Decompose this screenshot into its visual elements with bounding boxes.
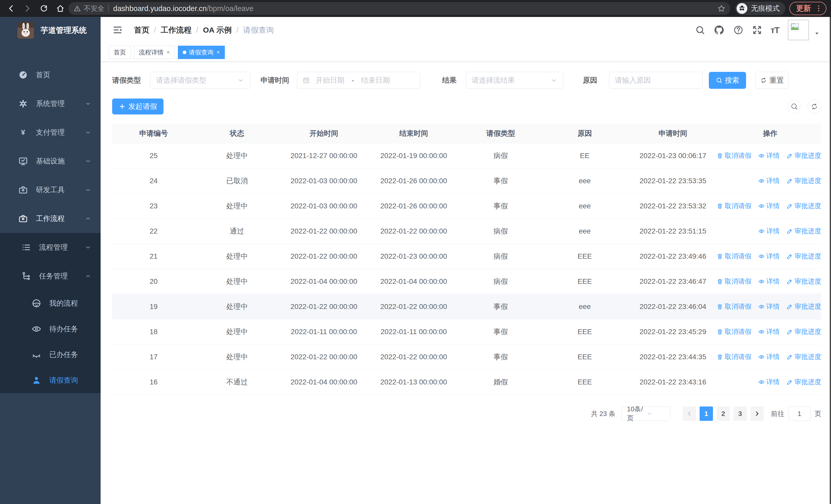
sidebar-item-system-management[interactable]: 系统管理 — [0, 89, 101, 118]
date-end-placeholder: 结束日期 — [361, 76, 390, 85]
github-icon[interactable] — [714, 25, 724, 35]
next-page-button[interactable] — [750, 407, 764, 421]
progress-link[interactable]: 审批进度 — [786, 302, 821, 311]
cancel-leave-link[interactable]: 取消请假 — [717, 202, 751, 210]
cancel-leave-link[interactable]: 取消请假 — [717, 302, 751, 311]
progress-link[interactable]: 审批进度 — [786, 277, 821, 286]
progress-link[interactable]: 审批进度 — [786, 327, 821, 336]
refresh-table-button[interactable] — [807, 99, 821, 113]
breadcrumb-item[interactable]: 工作流程 — [161, 25, 192, 35]
reload-button[interactable] — [39, 4, 48, 13]
cell-end-time: 2022-01-26 00:00:00 — [369, 202, 459, 210]
browser-menu-icon[interactable] — [814, 4, 823, 12]
gear-icon — [18, 98, 28, 109]
bookmark-star-icon[interactable] — [717, 4, 726, 13]
sidebar-item-my-process[interactable]: 我的流程 — [0, 291, 101, 316]
app-logo-row[interactable]: 芋道管理系统 — [0, 17, 101, 43]
fullscreen-icon[interactable] — [752, 25, 762, 35]
sidebar-item-label: 首页 — [36, 70, 101, 80]
breadcrumb-item[interactable]: 首页 — [134, 25, 149, 35]
sidebar-item-task-management[interactable]: 任务管理 — [0, 262, 101, 291]
incognito-icon — [737, 3, 747, 14]
back-button[interactable] — [7, 4, 16, 13]
tab-label: 首页 — [114, 48, 126, 56]
cancel-leave-link[interactable]: 取消请假 — [717, 252, 751, 261]
sidebar-item-leave-query[interactable]: 请假查询 — [0, 367, 101, 393]
cell-end-time: 2022-01-11 00:00:00 — [369, 328, 459, 336]
detail-link[interactable]: 详情 — [758, 327, 780, 336]
reload-icon — [39, 4, 48, 13]
detail-link[interactable]: 详情 — [758, 176, 780, 185]
cancel-leave-link[interactable]: 取消请假 — [717, 352, 751, 361]
header-search-icon[interactable] — [695, 25, 705, 35]
detail-link[interactable]: 详情 — [758, 151, 780, 160]
reset-button[interactable]: 重置 — [755, 72, 789, 89]
prev-page-button[interactable] — [683, 407, 696, 421]
cell-actions: 取消请假详情审批进度 — [719, 352, 821, 361]
tab-process-detail[interactable]: 流程详情× — [134, 46, 175, 59]
cancel-leave-link[interactable]: 取消请假 — [717, 151, 751, 160]
sidebar-item-payment-management[interactable]: ¥支付管理 — [0, 118, 101, 147]
navbar: 首页/工作流程/OA 示例/请假查询 ᴛT — [101, 17, 831, 43]
detail-link[interactable]: 详情 — [758, 352, 780, 361]
detail-link[interactable]: 详情 — [758, 277, 780, 286]
detail-link[interactable]: 详情 — [758, 302, 780, 311]
eye-icon — [758, 328, 765, 335]
page-size-select[interactable]: 10条/页 — [622, 407, 670, 421]
star-icon — [717, 4, 726, 13]
font-size-icon[interactable]: ᴛT — [771, 25, 779, 35]
progress-link[interactable]: 审批进度 — [786, 352, 821, 361]
leave-type-select[interactable]: 请选择请假类型 — [150, 72, 250, 89]
sidebar-item-workflow[interactable]: 工作流程 — [0, 204, 101, 233]
detail-link[interactable]: 详情 — [758, 227, 780, 236]
cell-apply-time: 2022-01-22 23:53:32 — [627, 202, 719, 210]
detail-link[interactable]: 详情 — [758, 378, 780, 386]
home-button[interactable] — [56, 4, 65, 13]
detail-link[interactable]: 详情 — [758, 202, 780, 210]
close-tab-icon[interactable]: × — [167, 49, 170, 56]
eye-icon — [758, 354, 765, 360]
progress-link[interactable]: 审批进度 — [786, 227, 821, 236]
apply-time-range-picker[interactable]: 开始日期 - 结束日期 — [297, 72, 420, 89]
sidebar-item-process-management[interactable]: 流程管理 — [0, 233, 101, 262]
cancel-leave-link[interactable]: 取消请假 — [717, 277, 751, 286]
cancel-leave-link[interactable]: 取消请假 — [717, 327, 751, 336]
pagination: 共 23 条 10条/页 123 前往 页 — [112, 407, 821, 421]
tab-home[interactable]: 首页 — [109, 46, 131, 59]
sidebar-collapse-button[interactable] — [109, 25, 126, 35]
page-button-1[interactable]: 1 — [699, 407, 713, 421]
sidebar-item-dev-tools[interactable]: 研发工具 — [0, 176, 101, 204]
sidebar-item-infrastructure[interactable]: 基础设施 — [0, 147, 101, 176]
progress-link[interactable]: 审批进度 — [786, 378, 821, 386]
search-button[interactable]: 搜索 — [709, 72, 746, 89]
avatar-dropdown-caret[interactable] — [813, 30, 821, 37]
page-button-2[interactable]: 2 — [717, 407, 730, 421]
goto-page-input[interactable] — [789, 407, 810, 421]
edit-icon — [786, 328, 793, 335]
tab-label: 流程详情 — [139, 48, 164, 56]
page-button-3[interactable]: 3 — [734, 407, 747, 421]
show-search-button[interactable] — [787, 99, 801, 113]
plus-icon — [119, 103, 126, 110]
sidebar-item-done-tasks[interactable]: 已办任务 — [0, 342, 101, 367]
cell-apply-time: 2022-01-22 23:45:29 — [627, 328, 719, 336]
tab-leave-query[interactable]: 请假查询× — [178, 46, 225, 59]
url-path: /bpm/oa/leave — [207, 4, 253, 12]
browser-update-button[interactable]: 更新 — [790, 2, 826, 15]
create-leave-button[interactable]: 发起请假 — [112, 98, 164, 114]
progress-link[interactable]: 审批进度 — [786, 202, 821, 210]
sidebar-item-home[interactable]: 首页 — [0, 61, 101, 89]
result-select[interactable]: 请选择流结果 — [466, 72, 563, 89]
avatar[interactable] — [788, 20, 809, 40]
breadcrumb-item[interactable]: OA 示例 — [203, 25, 232, 35]
address-bar[interactable]: 不安全 dashboard.yudao.iocoder.cn/bpm/oa/le… — [68, 2, 730, 15]
progress-link[interactable]: 审批进度 — [786, 176, 821, 185]
forward-button[interactable] — [23, 4, 32, 13]
help-icon[interactable] — [733, 25, 744, 35]
detail-link[interactable]: 详情 — [758, 252, 780, 261]
sidebar-item-todo-tasks[interactable]: 待办任务 — [0, 316, 101, 342]
close-tab-icon[interactable]: × — [217, 49, 220, 56]
progress-link[interactable]: 审批进度 — [786, 151, 821, 160]
progress-link[interactable]: 审批进度 — [786, 252, 821, 261]
reason-input[interactable] — [609, 72, 703, 89]
